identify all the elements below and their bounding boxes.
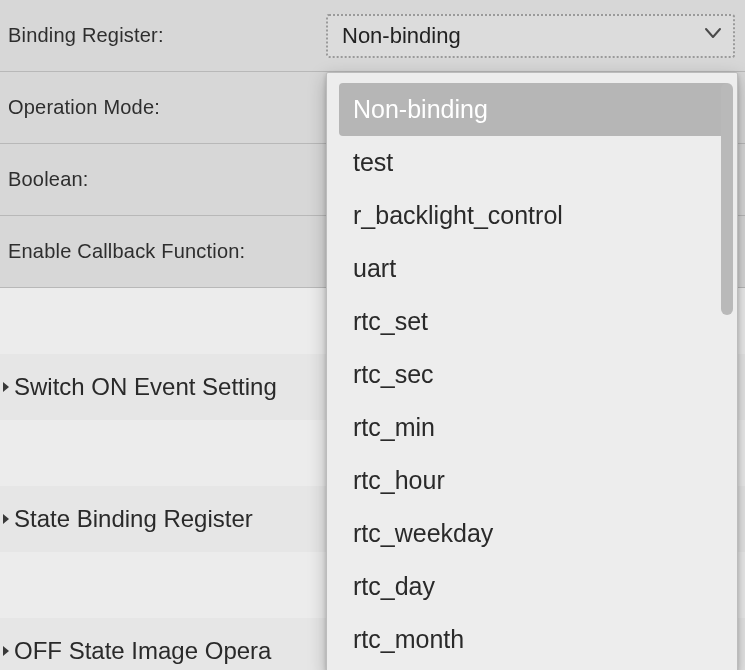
label-enable-callback: Enable Callback Function: — [8, 240, 326, 263]
label-binding-register: Binding Register: — [8, 24, 326, 47]
section-title: Switch ON Event Setting — [14, 373, 277, 401]
expand-icon — [0, 618, 12, 670]
dropdown-option[interactable]: rtc_weekday — [339, 507, 729, 560]
dropdown-option[interactable]: rtc_sec — [339, 348, 729, 401]
properties-panel: Binding Register: Non-binding Operation … — [0, 0, 745, 670]
expand-icon — [0, 486, 12, 552]
section-title: State Binding Register — [14, 505, 253, 533]
row-binding-register: Binding Register: Non-binding — [0, 0, 745, 72]
label-boolean: Boolean: — [8, 168, 326, 191]
chevron-down-icon — [703, 23, 723, 49]
binding-register-combobox[interactable]: Non-binding — [326, 14, 735, 58]
dropdown-option[interactable]: r_backlight_control — [339, 189, 729, 242]
binding-register-dropdown: Non-binding test r_backlight_control uar… — [326, 72, 738, 670]
expand-icon — [0, 354, 12, 420]
dropdown-option[interactable]: rtc_min — [339, 401, 729, 454]
label-operation-mode: Operation Mode: — [8, 96, 326, 119]
binding-register-value: Non-binding — [342, 23, 461, 49]
section-title: OFF State Image Opera — [14, 637, 271, 665]
dropdown-list: Non-binding test r_backlight_control uar… — [333, 79, 731, 666]
dropdown-option[interactable]: test — [339, 136, 729, 189]
dropdown-option[interactable]: rtc_month — [339, 613, 729, 666]
dropdown-scrollbar[interactable] — [721, 83, 733, 315]
dropdown-option[interactable]: rtc_set — [339, 295, 729, 348]
dropdown-option[interactable]: rtc_day — [339, 560, 729, 613]
dropdown-option[interactable]: uart — [339, 242, 729, 295]
dropdown-option[interactable]: Non-binding — [339, 83, 729, 136]
dropdown-option[interactable]: rtc_hour — [339, 454, 729, 507]
